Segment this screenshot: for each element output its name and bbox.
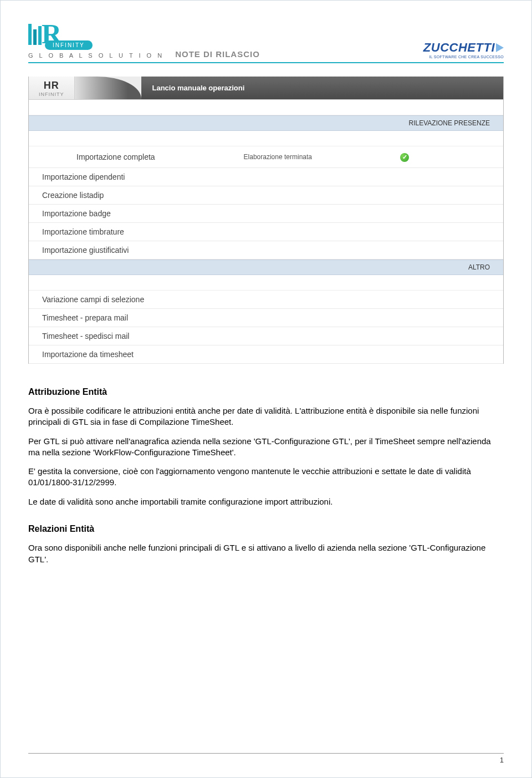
operation-row[interactable]: Creazione listadip: [29, 186, 503, 205]
section-header-presenze: RILEVAZIONE PRESENZE: [29, 115, 503, 131]
app-brand: HR INFINITY: [29, 77, 75, 99]
operation-row[interactable]: Importazione timbrature: [29, 223, 503, 241]
logo-badge: INFINITY: [45, 40, 93, 50]
paragraph: Ora sono disponibili anche nelle funzion…: [28, 542, 504, 565]
page-number: 1: [500, 756, 504, 764]
operation-message: Elaborazione terminata: [244, 153, 401, 161]
hr-infinity-logo: R INFINITY G L O B A L S O L U T I O N: [28, 23, 164, 59]
heading-relazioni: Relazioni Entità: [28, 523, 504, 535]
operation-row[interactable]: Importazione da timesheet: [29, 345, 503, 364]
vendor-name: ZUCCHETTI: [423, 40, 495, 55]
window-title: Lancio manuale operazioni: [141, 77, 504, 99]
arrow-icon: [496, 43, 504, 52]
operation-row[interactable]: Timesheet - spedisci mail: [29, 327, 503, 345]
operation-row[interactable]: Variazione campi di selezione: [29, 291, 503, 309]
app-brand-sub: INFINITY: [39, 91, 64, 97]
check-icon: ✓: [400, 153, 409, 162]
paragraph: Per GTL si può attivare nell'anagrafica …: [28, 436, 504, 459]
paragraph: E' gestita la conversione, cioè con l'ag…: [28, 466, 504, 489]
document-title: NOTE DI RILASCIO: [175, 49, 260, 59]
page-footer: 1: [28, 753, 504, 764]
vendor-tagline: IL SOFTWARE CHE CREA SUCCESSO: [429, 55, 504, 59]
operation-row[interactable]: Importazione dipendenti: [29, 168, 503, 186]
operation-label: Importazione completa: [42, 152, 244, 161]
document-body: Attribuzione Entità Ora è possibile codi…: [28, 386, 504, 565]
document-header: R INFINITY G L O B A L S O L U T I O N N…: [28, 23, 504, 63]
vendor-logo: ZUCCHETTI IL SOFTWARE CHE CREA SUCCESSO: [423, 40, 504, 59]
app-screenshot: HR INFINITY Lancio manuale operazioni RI…: [28, 77, 504, 364]
logo-tagline: G L O B A L S O L U T I O N: [28, 52, 164, 59]
paragraph: Ora è possibile codificare le attribuzio…: [28, 405, 504, 428]
operation-row[interactable]: Timesheet - prepara mail: [29, 309, 503, 327]
paragraph: Le date di validità sono anche importabi…: [28, 496, 504, 507]
operation-status-row: Importazione completa Elaborazione termi…: [29, 146, 503, 168]
app-brand-hr: HR: [44, 80, 59, 91]
heading-attribuzione: Attribuzione Entità: [28, 386, 504, 398]
section-header-altro: ALTRO: [29, 260, 503, 275]
operation-row[interactable]: Importazione badge: [29, 205, 503, 223]
operation-row[interactable]: Importazione giustificativi: [29, 241, 503, 260]
